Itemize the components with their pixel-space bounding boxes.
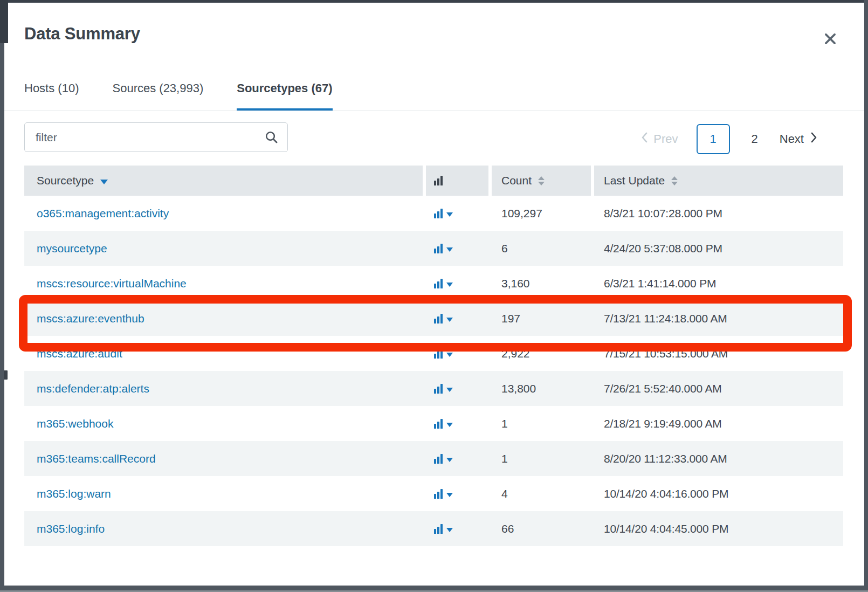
bar-chart-icon (434, 314, 443, 323)
table-row: o365:management:activity 109,297 8/3/21 … (24, 196, 843, 231)
last-update-value: 7/15/21 10:53:15.000 AM (604, 347, 728, 360)
bar-chart-icon (434, 489, 443, 499)
last-update-value: 7/13/21 11:24:18.000 AM (604, 312, 727, 325)
screenshot-frame-right (864, 0, 868, 592)
bar-chart-icon (434, 454, 443, 464)
filter-input[interactable] (24, 122, 288, 152)
screenshot-root: { "window": { "title": "Data Summary" },… (0, 0, 868, 592)
sourcetype-link[interactable]: mscs:azure:audit (37, 347, 122, 360)
sourcetypes-table: Sourcetype Count Last Update o365:manage… (24, 166, 843, 546)
close-button[interactable] (819, 29, 841, 50)
sourcetype-link[interactable]: m365:log:warn (37, 487, 111, 500)
tab-bar: Hosts (10) Sources (23,993) Sourcetypes … (24, 77, 333, 111)
prev-page-label: Prev (653, 132, 678, 146)
row-chart-menu-button[interactable] (434, 279, 453, 288)
chevron-down-icon (446, 353, 453, 357)
background-page-text-fragment (4, 370, 8, 380)
next-page-button[interactable]: Next (780, 132, 817, 147)
row-chart-menu-button[interactable] (434, 454, 453, 464)
column-header-count[interactable]: Count (492, 166, 591, 196)
pagination: Prev 1 2 Next (641, 122, 817, 156)
sourcetype-link[interactable]: mysourcetype (37, 242, 107, 255)
chevron-down-icon (446, 212, 453, 217)
last-update-value: 8/20/20 11:12:33.000 AM (604, 452, 727, 465)
count-value: 197 (501, 312, 520, 325)
chevron-down-icon (446, 423, 453, 427)
chevron-down-icon (446, 283, 453, 287)
bar-chart-icon (434, 209, 443, 218)
row-chart-menu-button[interactable] (434, 384, 453, 394)
last-update-value: 4/24/20 5:37:08.000 PM (604, 242, 722, 255)
sourcetype-link[interactable]: mscs:resource:virtualMachine (37, 277, 187, 290)
column-header-sourcetype-label: Sourcetype (37, 174, 94, 187)
tab-hosts[interactable]: Hosts (10) (24, 77, 79, 111)
background-navbar-sliver (0, 0, 8, 43)
bar-chart-icon (434, 384, 443, 394)
table-row: ms:defender:atp:alerts 13,800 7/26/21 5:… (24, 371, 843, 406)
row-chart-menu-button[interactable] (434, 524, 453, 534)
sort-both-icon (671, 176, 678, 185)
prev-page-button[interactable]: Prev (641, 132, 678, 147)
last-update-value: 7/26/21 5:52:40.000 AM (604, 382, 722, 395)
table-row: mysourcetype 6 4/24/20 5:37:08.000 PM (24, 231, 843, 266)
last-update-value: 8/3/21 10:07:28.000 PM (604, 207, 722, 220)
last-update-value: 2/18/21 9:19:49.000 AM (604, 417, 722, 430)
row-chart-menu-button[interactable] (434, 314, 453, 323)
tab-sourcetypes[interactable]: Sourcetypes (67) (237, 77, 332, 111)
chevron-left-icon (641, 132, 648, 147)
page-title: Data Summary (24, 24, 140, 44)
row-chart-menu-button[interactable] (434, 209, 453, 218)
table-row: m365:log:warn 4 10/14/20 4:04:16.000 PM (24, 476, 843, 511)
column-header-sourcetype[interactable]: Sourcetype (24, 166, 423, 196)
screenshot-frame-left (0, 0, 4, 592)
count-value: 4 (501, 487, 508, 500)
table-row: mscs:azure:audit 2,922 7/15/21 10:53:15.… (24, 336, 843, 371)
sourcetype-link[interactable]: m365:teams:callRecord (37, 452, 156, 465)
column-header-last-update[interactable]: Last Update (594, 166, 843, 196)
table-row: m365:webhook 1 2/18/21 9:19:49.000 AM (24, 406, 843, 441)
bar-chart-icon (434, 349, 443, 359)
chevron-down-icon (446, 318, 453, 322)
bar-chart-icon (434, 524, 443, 534)
row-chart-menu-button[interactable] (434, 419, 453, 429)
sourcetype-link[interactable]: ms:defender:atp:alerts (37, 382, 149, 395)
table-row: mscs:resource:virtualMachine 3,160 6/3/2… (24, 266, 843, 301)
chevron-down-icon (446, 493, 453, 497)
count-value: 13,800 (501, 382, 536, 395)
chevron-down-icon (446, 388, 453, 392)
sourcetype-link[interactable]: m365:log:info (37, 522, 105, 535)
column-header-last-update-label: Last Update (604, 174, 665, 187)
sourcetype-link[interactable]: mscs:azure:eventhub (37, 312, 144, 325)
count-value: 1 (501, 452, 508, 465)
last-update-value: 6/3/21 1:41:14.000 PM (604, 277, 716, 290)
data-summary-modal: Data Summary Hosts (10) Sources (23,993)… (4, 3, 864, 588)
count-value: 109,297 (501, 207, 542, 220)
count-value: 6 (501, 242, 508, 255)
column-header-count-label: Count (501, 174, 532, 187)
chevron-down-icon (446, 247, 453, 252)
sort-both-icon (538, 176, 545, 185)
table-row: m365:teams:callRecord 1 8/20/20 11:12:33… (24, 441, 843, 476)
count-value: 1 (501, 417, 508, 430)
table-row-highlighted: mscs:azure:eventhub 197 7/13/21 11:24:18… (24, 301, 843, 336)
sourcetype-link[interactable]: m365:webhook (37, 417, 113, 430)
chevron-down-icon (446, 528, 453, 532)
bar-chart-icon (434, 244, 443, 253)
tab-sources[interactable]: Sources (23,993) (112, 77, 203, 111)
last-update-value: 10/14/20 4:04:16.000 PM (604, 487, 728, 500)
page-button-1[interactable]: 1 (697, 124, 730, 154)
table-row: m365:log:info 66 10/14/20 4:04:45.000 PM (24, 511, 843, 546)
count-value: 66 (501, 522, 514, 535)
row-chart-menu-button[interactable] (434, 349, 453, 359)
row-chart-menu-button[interactable] (434, 489, 453, 499)
chevron-down-icon (446, 458, 453, 462)
sourcetype-link[interactable]: o365:management:activity (37, 207, 169, 220)
table-header-row: Sourcetype Count Last Update (24, 166, 843, 196)
table-body: o365:management:activity 109,297 8/3/21 … (24, 196, 843, 546)
count-value: 2,922 (501, 347, 530, 360)
close-icon (823, 32, 837, 47)
sort-descending-icon (100, 180, 108, 184)
filter-container (24, 122, 288, 152)
row-chart-menu-button[interactable] (434, 244, 453, 253)
page-button-2[interactable]: 2 (748, 132, 761, 146)
